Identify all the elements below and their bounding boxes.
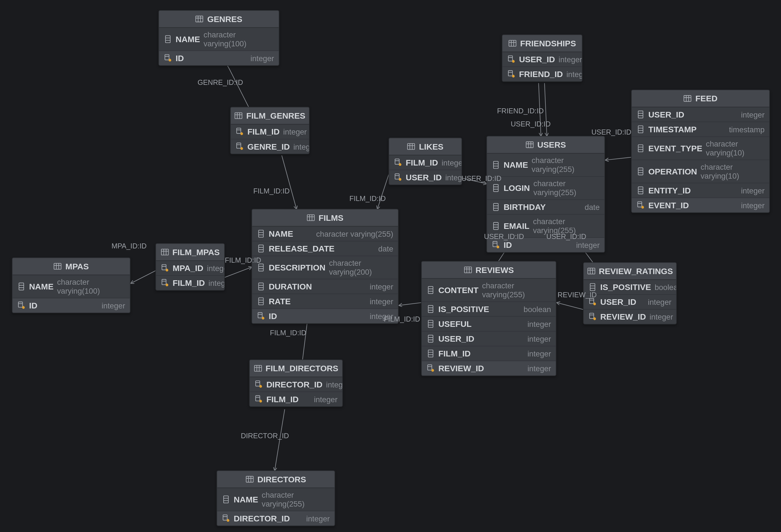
entity-films[interactable]: FILMSNAMEcharacter varying(255)RELEASE_D… [251,209,399,324]
column-row[interactable]: DIRECTOR_IDinteger [217,511,335,526]
entity-reviews[interactable]: REVIEWSCONTENTcharacter varying(255)IS_P… [421,261,557,376]
column-type: integer [741,110,765,119]
entity-title: MPAS [65,261,89,271]
column-row[interactable]: DESCRIPTIONcharacter varying(200) [252,256,398,279]
column-row[interactable]: USER_IDinteger [389,170,461,185]
edge-label: USER_ID:ID [511,120,551,128]
entity-header[interactable]: MPAS [12,258,130,275]
entity-header[interactable]: LIKES [389,138,461,156]
column-row[interactable]: ENTITY_IDinteger [632,183,769,198]
column-row[interactable]: MPA_IDinteger [156,261,224,276]
column-row[interactable]: FILM_IDinteger [250,392,342,406]
column-name: NAME [29,282,53,291]
entity-title: FILM_GENRES [246,111,305,120]
column-row[interactable]: FRIEND_IDinteger [502,67,582,81]
entity-mpas[interactable]: MPASNAMEcharacter varying(100)IDinteger [12,257,131,313]
column-row[interactable]: NAMEcharacter varying(255) [217,488,335,511]
column-row[interactable]: FILM_IDinteger [231,124,309,139]
entity-title: FILMS [319,213,343,222]
entity-header[interactable]: FILM_MPAS [156,244,224,261]
column-row[interactable]: USER_IDinteger [502,52,582,67]
column-name: ENTITY_ID [648,186,691,195]
entity-header[interactable]: FRIENDSHIPS [502,35,582,52]
column-row[interactable]: BIRTHDAYdate [487,200,605,215]
entity-film_mpas[interactable]: FILM_MPASMPA_IDintegerFILM_IDinteger [156,243,225,291]
entity-review_ratings[interactable]: REVIEW_RATINGSIS_POSITIVEbooleanUSER_IDi… [583,262,677,324]
entity-header[interactable]: USERS [487,136,605,154]
column-row[interactable]: EVENT_TYPEcharacter varying(10) [632,137,769,160]
edge-label: REVIEW_ID [558,291,597,299]
column-row[interactable]: DURATIONinteger [252,279,398,294]
column-type: integer [445,173,462,182]
entity-header[interactable]: REVIEWS [422,261,556,279]
column-row[interactable]: USER_IDinteger [584,295,676,310]
column-row[interactable]: RELEASE_DATEdate [252,241,398,256]
column-row[interactable]: NAMEcharacter varying(100) [12,275,130,298]
column-row[interactable]: TIMESTAMPtimestamp [632,122,769,137]
column-name: USER_ID [601,297,636,307]
column-row[interactable]: USER_IDinteger [632,108,769,122]
column-type: integer [528,349,551,358]
primary-key-icon [17,301,26,310]
column-row[interactable]: CONTENTcharacter varying(255) [422,279,556,302]
column-type: integer [314,395,337,404]
entity-directors[interactable]: DIRECTORSNAMEcharacter varying(255)DIREC… [217,470,335,526]
entity-film_directors[interactable]: FILM_DIRECTORSDIRECTOR_IDintegerFILM_IDi… [249,360,343,407]
column-name: DESCRIPTION [269,263,325,272]
column-name: RATE [269,297,291,306]
entity-header[interactable]: FILMS [252,209,398,227]
column-row[interactable]: OPERATIONcharacter varying(10) [632,160,769,183]
entity-header[interactable]: FILM_GENRES [231,108,309,125]
column-row[interactable]: NAMEcharacter varying(100) [159,28,279,51]
entity-title: FILM_MPAS [172,247,220,257]
column-icon [257,245,265,253]
column-row[interactable]: USEFULinteger [422,317,556,332]
column-icon [588,283,597,291]
entity-film_genres[interactable]: FILM_GENRESFILM_IDintegerGENRE_IDinteger [230,107,310,154]
column-type: character varying(100) [57,278,125,296]
column-name: FRIEND_ID [519,70,563,79]
column-row[interactable]: REVIEW_IDinteger [422,361,556,375]
column-name: FILM_ID [247,127,280,136]
entity-header[interactable]: GENRES [159,11,279,28]
column-row[interactable]: DIRECTOR_IDinteger [250,377,342,392]
column-icon [426,335,435,343]
column-row[interactable]: REVIEW_IDinteger [584,310,676,324]
column-row[interactable]: RATEinteger [252,294,398,309]
column-type: character varying(255) [531,156,600,174]
column-row[interactable]: IS_POSITIVEboolean [422,302,556,317]
column-row[interactable]: LOGINcharacter varying(255) [487,177,605,200]
entity-header[interactable]: DIRECTORS [217,471,335,488]
entity-title: GENRES [207,14,243,24]
entity-likes[interactable]: LIKESFILM_IDintegerUSER_IDinteger [388,137,462,185]
edge-label: DIRECTOR_ID [241,432,289,440]
column-name: CONTENT [438,285,479,295]
column-row[interactable]: USER_IDinteger [422,332,556,346]
column-row[interactable]: IS_POSITIVEboolean [584,280,676,295]
column-row[interactable]: IDinteger [159,51,279,65]
column-row[interactable]: FILM_IDinteger [422,346,556,361]
column-row[interactable]: EVENT_IDinteger [632,198,769,212]
column-type: integer [559,55,582,64]
entity-friendships[interactable]: FRIENDSHIPSUSER_IDintegerFRIEND_IDintege… [502,34,582,82]
entity-header[interactable]: FILM_DIRECTORS [250,360,342,377]
column-row[interactable]: NAMEcharacter varying(255) [487,154,605,177]
column-row[interactable]: IDinteger [252,309,398,323]
column-row[interactable]: GENRE_IDinteger [231,139,309,154]
relationship-edge [224,267,252,278]
column-icon [492,161,500,169]
column-icon [257,297,265,305]
entity-genres[interactable]: GENRESNAMEcharacter varying(100)IDintege… [158,10,279,66]
entity-feed[interactable]: FEEDUSER_IDintegerTIMESTAMPtimestampEVEN… [631,90,770,213]
edge-label: FRIEND_ID:ID [497,107,544,115]
column-icon [164,35,172,43]
entity-header[interactable]: REVIEW_RATINGS [584,263,676,280]
edge-label: FILM_ID:ID [225,256,261,264]
relationship-edge [556,302,584,310]
column-row[interactable]: FILM_IDinteger [156,276,224,290]
column-row[interactable]: NAMEcharacter varying(255) [252,227,398,241]
column-row[interactable]: FILM_IDinteger [389,156,461,170]
entity-header[interactable]: FEED [632,90,769,108]
column-row[interactable]: IDinteger [12,298,130,313]
edge-label: FILM_ID:ID [270,329,306,337]
